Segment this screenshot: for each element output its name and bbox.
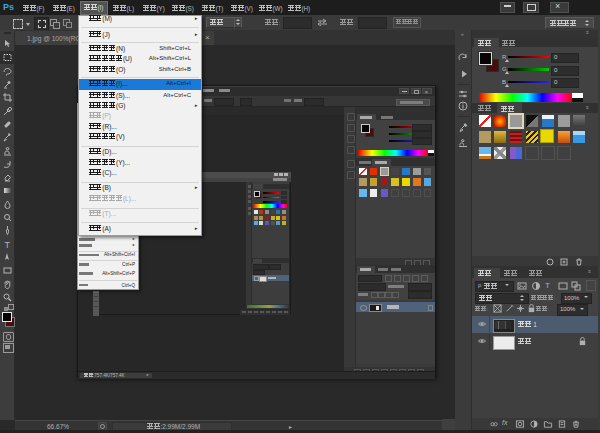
svg-text:T: T	[5, 240, 11, 249]
